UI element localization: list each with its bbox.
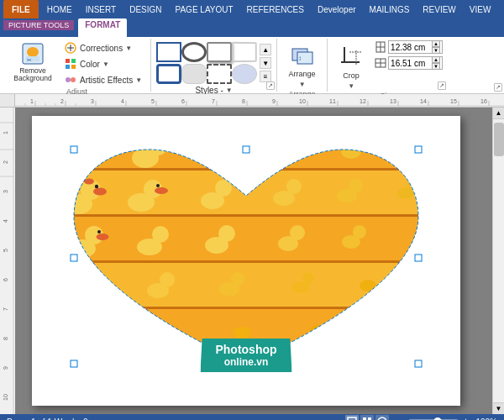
- tab-view[interactable]: VIEW: [463, 0, 498, 18]
- vertical-scrollbar[interactable]: ▲ ▼: [492, 108, 504, 414]
- tab-mailings[interactable]: MAILINGS: [363, 0, 417, 18]
- tab-format[interactable]: FORMAT: [78, 18, 127, 37]
- svg-text:9: 9: [3, 366, 8, 370]
- svg-text:7: 7: [212, 98, 215, 104]
- tab-file[interactable]: FILE: [3, 0, 39, 18]
- svg-point-1: [27, 47, 39, 57]
- heart-image[interactable]: Photoshop online.vn: [49, 124, 444, 389]
- width-spinner-up[interactable]: ▲: [432, 56, 440, 63]
- tab-references[interactable]: REFERENCES: [240, 0, 311, 18]
- color-icon: [64, 57, 77, 71]
- height-spinner-down[interactable]: ▼: [432, 47, 440, 54]
- view-print-layout[interactable]: [345, 415, 359, 420]
- svg-point-11: [66, 77, 71, 82]
- group-arrange: ↕ Arrange ▼ Arrange: [277, 39, 328, 92]
- width-input[interactable]: 16.51 cm ▲ ▼: [388, 56, 443, 70]
- zoom-in-button[interactable]: +: [460, 416, 470, 420]
- svg-text:↕: ↕: [298, 55, 302, 62]
- corrections-dropdown-icon: ▼: [125, 45, 132, 52]
- tab-review[interactable]: REVIEW: [416, 0, 462, 18]
- picture-style-2[interactable]: [181, 42, 207, 62]
- svg-text:13: 13: [390, 98, 396, 104]
- picture-style-4[interactable]: [232, 42, 257, 62]
- picture-style-5[interactable]: [156, 64, 181, 84]
- size-group-expand[interactable]: ↗: [438, 81, 446, 90]
- color-dropdown-icon: ▼: [102, 60, 109, 68]
- tab-page-layout[interactable]: PAGE LAYOUT: [169, 0, 240, 18]
- zoom-level: 100%: [475, 417, 497, 421]
- tab-insert[interactable]: INSERT: [79, 0, 123, 18]
- svg-text:5: 5: [3, 249, 8, 252]
- height-spinner-up[interactable]: ▲: [432, 40, 440, 47]
- svg-rect-26: [15, 94, 504, 108]
- handle-bl: [71, 360, 77, 367]
- artistic-effects-label: Artistic Effects: [80, 76, 133, 85]
- svg-rect-10: [71, 65, 76, 69]
- svg-text:3: 3: [3, 190, 8, 193]
- adjust-group-expand[interactable]: ↗: [494, 83, 502, 92]
- svg-text:9: 9: [272, 98, 276, 104]
- svg-text:3: 3: [91, 98, 94, 104]
- styles-scroll-up[interactable]: ▲: [260, 44, 271, 55]
- svg-text:10: 10: [299, 98, 306, 104]
- svg-rect-9: [66, 65, 70, 69]
- scrollbar-up-button[interactable]: ▲: [493, 108, 505, 119]
- width-spinner-down[interactable]: ▼: [432, 63, 440, 70]
- color-button[interactable]: Color ▼: [60, 56, 145, 71]
- width-icon: [375, 57, 386, 69]
- view-web[interactable]: [375, 415, 389, 420]
- picture-style-6[interactable]: [181, 64, 207, 84]
- height-icon: [375, 41, 386, 53]
- size-inputs-container: 12.38 cm ▲ ▼ 16.51 cm ▲: [375, 40, 443, 70]
- styles-scroll-down[interactable]: ▼: [260, 57, 271, 69]
- scrollbar-down-button[interactable]: ▼: [493, 402, 505, 414]
- svg-text:6: 6: [3, 278, 8, 281]
- status-text: Page: 1 of 1 Words: 0: [7, 417, 88, 421]
- remove-background-label: Remove Background: [12, 67, 54, 83]
- document-page: Photoshop online.vn: [32, 116, 460, 406]
- crop-dropdown-icon: ▼: [348, 82, 354, 90]
- zoom-out-button[interactable]: −: [396, 416, 407, 420]
- picture-style-3[interactable]: [207, 42, 232, 62]
- width-value: 16.51 cm: [391, 59, 425, 68]
- format-tab-label: PICTURE TOOLS: [8, 21, 69, 29]
- corrections-button[interactable]: Corrections ▼: [60, 40, 145, 55]
- artistic-effects-button[interactable]: Artistic Effects ▼: [60, 72, 145, 87]
- group-adjust: ✂ Remove Background Corrections ▼: [3, 39, 151, 92]
- watermark-line1: Photoshop: [215, 343, 276, 356]
- crop-button[interactable]: Crop ▼: [333, 42, 370, 92]
- handle-ml: [71, 255, 77, 261]
- height-value: 12.38 cm: [391, 43, 425, 52]
- corrections-label: Corrections: [80, 44, 123, 53]
- arrange-icon: ↕: [289, 42, 316, 69]
- styles-more[interactable]: ≡: [260, 71, 271, 82]
- tab-home[interactable]: HOME: [40, 0, 79, 18]
- picture-styles-group-expand[interactable]: ↗: [266, 81, 275, 90]
- svg-text:15: 15: [450, 98, 457, 104]
- picture-style-1[interactable]: [156, 42, 181, 62]
- svg-text:8: 8: [242, 98, 245, 104]
- picture-style-8[interactable]: [232, 64, 257, 84]
- svg-text:6: 6: [181, 98, 185, 104]
- tab-developer[interactable]: Developer: [311, 0, 363, 18]
- svg-text:10: 10: [3, 394, 8, 401]
- artistic-effects-icon: [64, 73, 77, 87]
- svg-text:✂: ✂: [27, 57, 32, 63]
- scrollbar-thumb[interactable]: [494, 123, 504, 156]
- svg-text:16: 16: [480, 98, 487, 104]
- arrange-dropdown-icon: ▼: [299, 81, 306, 88]
- tab-design[interactable]: DESIGN: [123, 0, 168, 18]
- picture-style-7[interactable]: [207, 64, 232, 84]
- arrange-button[interactable]: ↕ Arrange ▼: [284, 40, 321, 90]
- view-reading[interactable]: [360, 415, 374, 420]
- height-input[interactable]: 12.38 cm ▲ ▼: [388, 40, 443, 54]
- corrections-icon: [64, 41, 77, 55]
- remove-background-button[interactable]: ✂ Remove Background: [8, 40, 57, 85]
- handle-tl: [71, 146, 77, 153]
- svg-text:2: 2: [60, 98, 64, 104]
- ruler-corner: [0, 94, 15, 108]
- watermark: Photoshop online.vn: [200, 339, 291, 372]
- artistic-effects-dropdown-icon: ▼: [135, 76, 142, 84]
- svg-text:2: 2: [3, 160, 8, 164]
- handle-br: [415, 360, 422, 367]
